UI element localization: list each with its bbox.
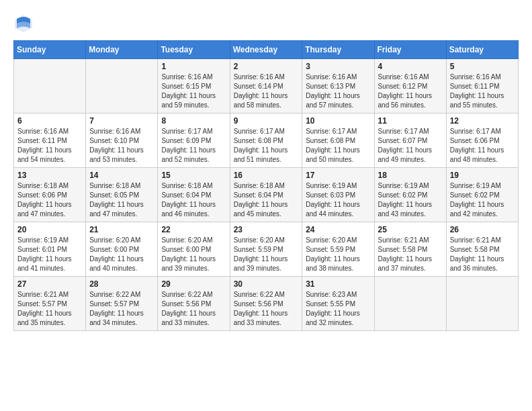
calendar-cell: 24Sunrise: 6:20 AM Sunset: 5:59 PM Dayli… xyxy=(302,222,374,277)
cell-info: Sunrise: 6:18 AM Sunset: 6:04 PM Dayligh… xyxy=(234,181,299,219)
day-number: 22 xyxy=(161,225,226,234)
cell-info: Sunrise: 6:20 AM Sunset: 6:00 PM Dayligh… xyxy=(161,236,226,273)
calendar-table: SundayMondayTuesdayWednesdayThursdayFrid… xyxy=(13,40,519,331)
calendar-cell: 4Sunrise: 6:16 AM Sunset: 6:12 PM Daylig… xyxy=(374,59,446,113)
day-number: 26 xyxy=(450,225,515,234)
day-header-monday: Monday xyxy=(86,41,158,59)
day-number: 5 xyxy=(450,62,515,71)
day-number: 7 xyxy=(89,116,154,126)
day-number: 21 xyxy=(89,225,154,234)
day-number: 4 xyxy=(378,62,443,71)
calendar-cell: 1Sunrise: 6:16 AM Sunset: 6:15 PM Daylig… xyxy=(158,59,230,113)
calendar-cell: 2Sunrise: 6:16 AM Sunset: 6:14 PM Daylig… xyxy=(230,59,302,113)
day-number: 2 xyxy=(234,62,299,71)
day-number: 24 xyxy=(306,225,370,234)
calendar-cell: 5Sunrise: 6:16 AM Sunset: 6:11 PM Daylig… xyxy=(446,59,518,113)
calendar-cell: 13Sunrise: 6:18 AM Sunset: 6:06 PM Dayli… xyxy=(14,168,86,222)
day-number: 10 xyxy=(306,116,370,126)
cell-info: Sunrise: 6:21 AM Sunset: 5:58 PM Dayligh… xyxy=(450,236,515,273)
calendar-cell: 26Sunrise: 6:21 AM Sunset: 5:58 PM Dayli… xyxy=(446,222,518,277)
day-number: 1 xyxy=(161,62,226,71)
calendar-cell: 10Sunrise: 6:17 AM Sunset: 6:08 PM Dayli… xyxy=(302,113,374,168)
calendar-week-row: 27Sunrise: 6:21 AM Sunset: 5:57 PM Dayli… xyxy=(14,277,519,331)
day-number: 13 xyxy=(17,171,82,180)
day-number: 17 xyxy=(306,171,370,180)
calendar-cell: 23Sunrise: 6:20 AM Sunset: 5:59 PM Dayli… xyxy=(230,222,302,277)
cell-info: Sunrise: 6:19 AM Sunset: 6:02 PM Dayligh… xyxy=(378,181,443,219)
calendar-cell: 20Sunrise: 6:19 AM Sunset: 6:01 PM Dayli… xyxy=(14,222,86,277)
day-number: 16 xyxy=(234,171,299,180)
calendar-cell: 17Sunrise: 6:19 AM Sunset: 6:03 PM Dayli… xyxy=(302,168,374,222)
calendar-week-row: 20Sunrise: 6:19 AM Sunset: 6:01 PM Dayli… xyxy=(14,222,519,277)
logo-icon xyxy=(13,13,34,34)
day-number: 30 xyxy=(234,279,299,289)
cell-info: Sunrise: 6:21 AM Sunset: 5:57 PM Dayligh… xyxy=(17,290,82,328)
calendar-cell: 25Sunrise: 6:21 AM Sunset: 5:58 PM Dayli… xyxy=(374,222,446,277)
cell-info: Sunrise: 6:16 AM Sunset: 6:12 PM Dayligh… xyxy=(378,73,443,110)
cell-info: Sunrise: 6:19 AM Sunset: 6:02 PM Dayligh… xyxy=(450,181,515,219)
day-number: 8 xyxy=(161,116,226,126)
calendar-header-row: SundayMondayTuesdayWednesdayThursdayFrid… xyxy=(14,41,519,59)
day-number: 6 xyxy=(17,116,82,126)
calendar-cell: 9Sunrise: 6:17 AM Sunset: 6:08 PM Daylig… xyxy=(230,113,302,168)
calendar-cell: 15Sunrise: 6:18 AM Sunset: 6:04 PM Dayli… xyxy=(158,168,230,222)
cell-info: Sunrise: 6:20 AM Sunset: 6:00 PM Dayligh… xyxy=(89,236,154,273)
calendar-cell: 18Sunrise: 6:19 AM Sunset: 6:02 PM Dayli… xyxy=(374,168,446,222)
calendar-cell: 12Sunrise: 6:17 AM Sunset: 6:06 PM Dayli… xyxy=(446,113,518,168)
calendar-cell: 31Sunrise: 6:23 AM Sunset: 5:55 PM Dayli… xyxy=(302,277,374,331)
day-header-sunday: Sunday xyxy=(14,41,86,59)
calendar-cell xyxy=(446,277,518,331)
calendar-cell: 28Sunrise: 6:22 AM Sunset: 5:57 PM Dayli… xyxy=(86,277,158,331)
day-header-tuesday: Tuesday xyxy=(158,41,230,59)
cell-info: Sunrise: 6:19 AM Sunset: 6:03 PM Dayligh… xyxy=(306,181,370,219)
day-number: 12 xyxy=(450,116,515,126)
day-header-friday: Friday xyxy=(374,41,446,59)
calendar-cell: 3Sunrise: 6:16 AM Sunset: 6:13 PM Daylig… xyxy=(302,59,374,113)
day-number: 14 xyxy=(89,171,154,180)
cell-info: Sunrise: 6:16 AM Sunset: 6:13 PM Dayligh… xyxy=(306,73,370,110)
day-number: 20 xyxy=(17,225,82,234)
calendar-cell: 8Sunrise: 6:17 AM Sunset: 6:09 PM Daylig… xyxy=(158,113,230,168)
calendar-week-row: 1Sunrise: 6:16 AM Sunset: 6:15 PM Daylig… xyxy=(14,59,519,113)
calendar-cell xyxy=(374,277,446,331)
day-number: 15 xyxy=(161,171,226,180)
cell-info: Sunrise: 6:17 AM Sunset: 6:07 PM Dayligh… xyxy=(378,127,443,165)
calendar-cell: 21Sunrise: 6:20 AM Sunset: 6:00 PM Dayli… xyxy=(86,222,158,277)
day-header-thursday: Thursday xyxy=(302,41,374,59)
cell-info: Sunrise: 6:22 AM Sunset: 5:56 PM Dayligh… xyxy=(234,290,299,328)
day-number: 28 xyxy=(89,279,154,289)
calendar-cell: 27Sunrise: 6:21 AM Sunset: 5:57 PM Dayli… xyxy=(14,277,86,331)
day-header-wednesday: Wednesday xyxy=(230,41,302,59)
cell-info: Sunrise: 6:18 AM Sunset: 6:06 PM Dayligh… xyxy=(17,181,82,219)
cell-info: Sunrise: 6:17 AM Sunset: 6:06 PM Dayligh… xyxy=(450,127,515,165)
cell-info: Sunrise: 6:21 AM Sunset: 5:58 PM Dayligh… xyxy=(378,236,443,273)
cell-info: Sunrise: 6:16 AM Sunset: 6:10 PM Dayligh… xyxy=(89,127,154,165)
day-number: 27 xyxy=(17,279,82,289)
day-number: 11 xyxy=(378,116,443,126)
calendar-cell: 7Sunrise: 6:16 AM Sunset: 6:10 PM Daylig… xyxy=(86,113,158,168)
cell-info: Sunrise: 6:22 AM Sunset: 5:57 PM Dayligh… xyxy=(89,290,154,328)
cell-info: Sunrise: 6:22 AM Sunset: 5:56 PM Dayligh… xyxy=(161,290,226,328)
calendar-cell xyxy=(14,59,86,113)
calendar-cell: 11Sunrise: 6:17 AM Sunset: 6:07 PM Dayli… xyxy=(374,113,446,168)
cell-info: Sunrise: 6:16 AM Sunset: 6:15 PM Dayligh… xyxy=(161,73,226,110)
cell-info: Sunrise: 6:17 AM Sunset: 6:09 PM Dayligh… xyxy=(161,127,226,165)
day-number: 25 xyxy=(378,225,443,234)
page-header xyxy=(13,13,519,34)
cell-info: Sunrise: 6:16 AM Sunset: 6:11 PM Dayligh… xyxy=(450,73,515,110)
cell-info: Sunrise: 6:19 AM Sunset: 6:01 PM Dayligh… xyxy=(17,236,82,273)
calendar-cell: 16Sunrise: 6:18 AM Sunset: 6:04 PM Dayli… xyxy=(230,168,302,222)
day-number: 19 xyxy=(450,171,515,180)
calendar-cell: 14Sunrise: 6:18 AM Sunset: 6:05 PM Dayli… xyxy=(86,168,158,222)
calendar-cell: 19Sunrise: 6:19 AM Sunset: 6:02 PM Dayli… xyxy=(446,168,518,222)
cell-info: Sunrise: 6:18 AM Sunset: 6:04 PM Dayligh… xyxy=(161,181,226,219)
calendar-cell: 6Sunrise: 6:16 AM Sunset: 6:11 PM Daylig… xyxy=(14,113,86,168)
day-number: 9 xyxy=(234,116,299,126)
calendar-cell: 30Sunrise: 6:22 AM Sunset: 5:56 PM Dayli… xyxy=(230,277,302,331)
cell-info: Sunrise: 6:23 AM Sunset: 5:55 PM Dayligh… xyxy=(306,290,370,328)
calendar-cell: 29Sunrise: 6:22 AM Sunset: 5:56 PM Dayli… xyxy=(158,277,230,331)
calendar-week-row: 6Sunrise: 6:16 AM Sunset: 6:11 PM Daylig… xyxy=(14,113,519,168)
cell-info: Sunrise: 6:16 AM Sunset: 6:11 PM Dayligh… xyxy=(17,127,82,165)
cell-info: Sunrise: 6:17 AM Sunset: 6:08 PM Dayligh… xyxy=(234,127,299,165)
day-number: 31 xyxy=(306,279,370,289)
